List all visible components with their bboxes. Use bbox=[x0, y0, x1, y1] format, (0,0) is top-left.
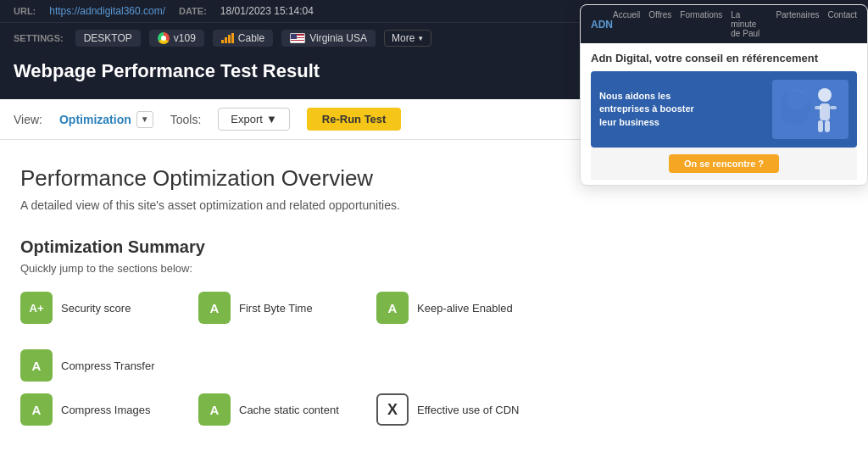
popup-nav-contact[interactable]: Contact bbox=[828, 10, 857, 38]
us-flag-icon bbox=[290, 33, 305, 43]
export-chevron-icon: ▼ bbox=[266, 113, 277, 125]
grade-item: ACompress Transfer bbox=[20, 349, 173, 382]
cable-icon bbox=[221, 33, 234, 43]
popup-cta-button[interactable]: On se rencontre ? bbox=[669, 154, 779, 173]
svg-point-7 bbox=[787, 89, 808, 109]
grade-item: ACompress Images bbox=[20, 393, 173, 426]
popup-body: Adn Digital, votre conseil en référencem… bbox=[581, 43, 867, 185]
more-label: More bbox=[392, 32, 415, 44]
popup-logo: ADN bbox=[591, 19, 613, 31]
grade-item: XEffective use of CDN bbox=[376, 393, 529, 426]
popup-overlay: ADN Accueil Offres Formations La minute … bbox=[580, 4, 868, 186]
view-dropdown-arrow[interactable]: ▼ bbox=[136, 111, 153, 128]
settings-label: SETTINGS: bbox=[14, 33, 64, 43]
grade-badge: A+ bbox=[20, 292, 53, 324]
svg-rect-1 bbox=[820, 103, 830, 120]
export-label: Export bbox=[231, 113, 263, 125]
summary-desc: Quickly jump to the sections below: bbox=[20, 262, 573, 275]
more-button[interactable]: More ▼ bbox=[384, 30, 431, 47]
connection-pill: Cable bbox=[213, 30, 273, 47]
location-label: Virginia USA bbox=[309, 32, 367, 44]
grade-item: ACache static content bbox=[198, 393, 351, 426]
rerun-label: Re-Run Test bbox=[322, 113, 387, 125]
svg-point-0 bbox=[818, 88, 832, 102]
browser-version: v109 bbox=[174, 32, 196, 44]
svg-rect-2 bbox=[815, 106, 821, 109]
overview-desc: A detailed view of this site's asset opt… bbox=[20, 198, 573, 212]
popup-nav-formations[interactable]: Formations bbox=[680, 10, 722, 38]
chrome-icon bbox=[158, 32, 170, 44]
date-label: DATE: bbox=[179, 6, 207, 16]
popup-headline: Adn Digital, votre conseil en référencem… bbox=[591, 52, 857, 64]
grade-badge: X bbox=[376, 393, 409, 426]
date-value: 18/01/2023 15:14:04 bbox=[220, 5, 314, 17]
grade-badge: A bbox=[20, 349, 53, 382]
grade-label: Compress Images bbox=[61, 404, 150, 416]
popup-nav-accueil[interactable]: Accueil bbox=[613, 10, 640, 38]
rerun-button[interactable]: Re-Run Test bbox=[307, 108, 402, 131]
view-selected: Optimization bbox=[59, 113, 131, 126]
grade-label: Keep-alive Enabled bbox=[417, 302, 513, 315]
popup-nav-partenaires[interactable]: Partenaires bbox=[776, 10, 819, 38]
desktop-pill: DESKTOP bbox=[75, 30, 141, 47]
url-label: URL: bbox=[14, 6, 36, 16]
grade-label: First Byte Time bbox=[239, 302, 313, 315]
popup-cta-row: On se rencontre ? bbox=[591, 148, 857, 180]
popup-nav-links: Accueil Offres Formations La minute de P… bbox=[613, 10, 857, 38]
view-select[interactable]: Optimization ▼ bbox=[59, 111, 153, 128]
summary-title: Optimization Summary bbox=[20, 237, 573, 257]
popup-nav-minute[interactable]: La minute de Paul bbox=[731, 10, 767, 38]
grade-item: A+Security score bbox=[20, 292, 173, 324]
grade-row-2: ACompress ImagesACache static contentXEf… bbox=[20, 393, 573, 426]
grade-label: Effective use of CDN bbox=[417, 404, 519, 416]
grade-label: Cache static content bbox=[239, 404, 339, 416]
popup-image bbox=[772, 80, 849, 139]
grade-badge: A bbox=[198, 393, 231, 426]
tools-label: Tools: bbox=[170, 113, 202, 126]
svg-rect-5 bbox=[825, 120, 830, 132]
location-pill: Virginia USA bbox=[281, 30, 376, 47]
popup-nav: ADN Accueil Offres Formations La minute … bbox=[581, 5, 867, 43]
svg-rect-3 bbox=[830, 106, 837, 109]
grade-row-1: A+Security scoreAFirst Byte TimeAKeep-al… bbox=[20, 292, 573, 382]
grade-label: Compress Transfer bbox=[61, 359, 155, 372]
svg-rect-4 bbox=[818, 120, 823, 132]
browser-pill: v109 bbox=[149, 30, 204, 47]
popup-blue-section: Nous aidons les entreprises à booster le… bbox=[591, 71, 857, 148]
grade-item: AKeep-alive Enabled bbox=[376, 292, 529, 324]
url-link[interactable]: https://adndigital360.com/ bbox=[49, 5, 165, 17]
grade-badge: A bbox=[20, 393, 53, 426]
grade-label: Security score bbox=[61, 302, 131, 315]
desktop-label: DESKTOP bbox=[84, 32, 132, 44]
popup-nav-offres[interactable]: Offres bbox=[648, 10, 671, 38]
connection-label: Cable bbox=[238, 32, 264, 44]
main-content: Performance Optimization Overview A deta… bbox=[0, 140, 593, 451]
grade-grid: A+Security scoreAFirst Byte TimeAKeep-al… bbox=[20, 292, 573, 426]
chevron-down-icon: ▼ bbox=[417, 35, 424, 42]
overview-title: Performance Optimization Overview bbox=[20, 165, 573, 192]
view-label: View: bbox=[14, 113, 42, 126]
popup-blue-text: Nous aidons les entreprises à booster le… bbox=[599, 90, 701, 129]
grade-badge: A bbox=[198, 292, 231, 324]
export-button[interactable]: Export ▼ bbox=[218, 108, 289, 131]
grade-item: AFirst Byte Time bbox=[198, 292, 351, 324]
grade-badge: A bbox=[376, 292, 409, 324]
popup-illustration bbox=[781, 82, 840, 137]
